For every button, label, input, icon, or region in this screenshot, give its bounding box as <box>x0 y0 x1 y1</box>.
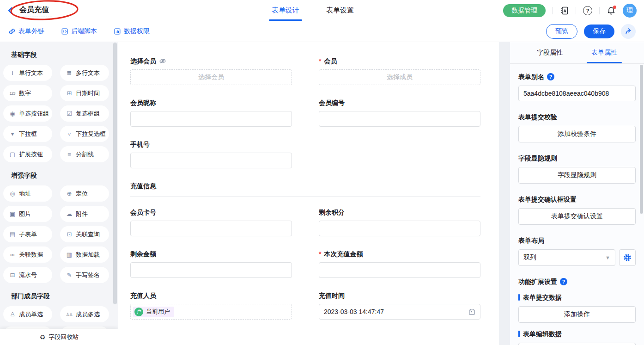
tab-form-properties[interactable]: 表单属性 <box>591 42 617 63</box>
form-field-points[interactable]: 剩余积分 <box>319 208 480 236</box>
divider <box>599 7 600 14</box>
preview-button[interactable]: 预览 <box>546 24 577 39</box>
toolbar-actions: 预览 保存 <box>546 21 636 42</box>
field-type-button[interactable]: ◎地址 <box>3 185 52 202</box>
text-input[interactable] <box>130 221 292 236</box>
field-type-button[interactable]: ▢扩展按钮 <box>3 146 52 162</box>
data-manage-button[interactable]: 数据管理 <box>503 4 546 17</box>
accent-bar <box>518 331 520 337</box>
field-type-button[interactable]: ⊞日期时间 <box>60 85 109 101</box>
field-type-button[interactable]: ≣多行文本 <box>60 65 109 81</box>
text-input[interactable] <box>319 221 480 236</box>
sidebar-scrollbar[interactable] <box>113 43 117 304</box>
attachment-cloud-icon: ☁ <box>66 210 73 217</box>
share-button[interactable] <box>621 24 636 39</box>
form-field-recharge-time[interactable]: 充值时间 2023-03-03 14:47:47 <box>319 291 480 320</box>
save-button[interactable]: 保存 <box>584 25 614 38</box>
form-external-link[interactable]: 表单外链 <box>8 27 44 36</box>
divider <box>576 7 576 14</box>
select-icon: ▾ <box>9 130 16 137</box>
text-input[interactable] <box>130 153 292 168</box>
user-picker[interactable]: 户 当前用户 <box>130 304 292 320</box>
field-type-button[interactable]: ⊕定位 <box>60 185 109 202</box>
layout-select[interactable]: 双列 ▼ <box>518 249 615 266</box>
header: 会员充值 表单设计 表单设置 数据管理 ? 理 <box>0 0 644 21</box>
form-field-select-member[interactable]: 选择会员 选择会员 <box>130 56 292 85</box>
linked-data-icon: ∞ <box>9 251 16 258</box>
form-alias-input[interactable]: 5aa4dcbe8108aeeac040b908 <box>518 86 636 101</box>
data-permission-link[interactable]: 数据权限 <box>114 27 150 36</box>
form-designer-app: 会员充值 表单设计 表单设置 数据管理 ? 理 <box>0 0 644 345</box>
add-edit-action-button[interactable]: 添加操作 <box>518 343 636 345</box>
tab-form-settings[interactable]: 表单设置 <box>326 0 354 21</box>
field-type-button[interactable]: ≡分割线 <box>60 146 109 162</box>
field-label: 剩余金额 <box>130 249 156 259</box>
toolbar-links: 表单外链 后端脚本 数据权限 <box>8 21 150 42</box>
field-type-button[interactable]: ♙♙成员多选 <box>60 306 109 322</box>
text-input[interactable] <box>319 111 480 127</box>
form-field-balance[interactable]: 剩余金额 <box>130 249 292 278</box>
add-submit-action-button[interactable]: 添加操作 <box>518 306 636 323</box>
group-submit-confirm: 表单提交确认框设置 表单提交确认设置 <box>518 195 636 225</box>
serial-number-icon: ⊟ <box>9 271 16 278</box>
form-section-divider[interactable]: 充值信息 <box>130 181 480 197</box>
field-type-button[interactable]: ♙成员单选 <box>3 306 52 322</box>
group-form-layout: 表单布局 双列 ▼ <box>518 236 636 266</box>
notification-bell-icon[interactable] <box>606 6 616 16</box>
section-divider-line <box>130 196 480 197</box>
backend-script-link[interactable]: 后端脚本 <box>61 27 97 36</box>
text-input[interactable] <box>130 262 292 278</box>
datetime-input[interactable]: 2023-03-03 14:47:47 <box>319 304 480 320</box>
field-type-button[interactable]: ✎手写签名 <box>60 267 109 283</box>
form-field-nickname[interactable]: 会员昵称 <box>130 98 292 127</box>
text-input[interactable] <box>130 111 292 127</box>
field-label: 选择会员 <box>130 56 156 66</box>
field-type-button[interactable]: ☁附件 <box>60 206 109 222</box>
contacts-book-icon[interactable] <box>559 6 569 16</box>
submit-confirm-settings-button[interactable]: 表单提交确认设置 <box>518 208 636 225</box>
back-icon[interactable] <box>6 6 14 15</box>
field-library-sidebar: 基础字段 T单行文本 ≣多行文本 123数字 ⊞日期时间 ◉单选按钮组 ☑复选框… <box>0 42 118 345</box>
field-type-button[interactable]: ◉单选按钮组 <box>3 105 52 122</box>
field-type-button[interactable]: 123数字 <box>3 85 52 101</box>
field-type-button[interactable]: ▣图片 <box>3 206 52 222</box>
radio-group-icon: ◉ <box>9 110 16 117</box>
field-type-button[interactable]: ⊟流水号 <box>3 267 52 283</box>
help-badge-icon[interactable]: ? <box>547 73 554 80</box>
datetime-value: 2023-03-03 14:47:47 <box>324 308 384 315</box>
tab-field-properties[interactable]: 字段属性 <box>537 42 563 63</box>
member-picker[interactable]: 选择成员 <box>319 69 480 85</box>
field-visibility-rules-button[interactable]: 字段显隐规则 <box>518 167 636 184</box>
panel-scrollbar[interactable] <box>640 65 643 214</box>
external-link-icon <box>8 28 16 35</box>
tab-form-design[interactable]: 表单设计 <box>272 0 299 21</box>
datetime-icon: ⊞ <box>66 90 73 97</box>
field-type-button[interactable]: ▿下拉复选框 <box>60 126 109 142</box>
panel-tabs: 字段属性 表单属性 <box>510 42 644 64</box>
field-label: 会员昵称 <box>130 98 156 107</box>
layout-settings-button[interactable] <box>619 249 636 266</box>
form-field-phone[interactable]: 手机号 <box>130 140 292 168</box>
field-type-button[interactable]: T单行文本 <box>3 65 52 81</box>
extend-button-icon: ▢ <box>9 151 16 158</box>
field-type-button[interactable]: ⊡关联查询 <box>60 226 109 242</box>
text-input[interactable] <box>319 262 480 278</box>
field-type-button[interactable]: ∞关联数据 <box>3 246 52 263</box>
form-field-card-no[interactable]: 会员卡号 <box>130 208 292 236</box>
help-badge-icon[interactable]: ? <box>560 278 567 285</box>
avatar[interactable]: 理 <box>623 4 637 18</box>
field-type-button[interactable]: ▥数据加载 <box>60 246 109 263</box>
form-field-operator[interactable]: 充值人员 户 当前用户 <box>130 291 292 320</box>
field-type-button[interactable]: ▤子表单 <box>3 226 52 242</box>
form-field-recharge-amount[interactable]: *本次充值金额 <box>319 249 480 278</box>
field-type-button[interactable]: ☑复选框组 <box>60 105 109 122</box>
field-label: 会员编号 <box>319 98 345 107</box>
field-recycle-bin[interactable]: ♻ 字段回收站 <box>0 329 118 345</box>
page-title: 会员充值 <box>18 4 52 17</box>
form-field-member-no[interactable]: 会员编号 <box>319 98 480 127</box>
field-type-button[interactable]: ▾下拉框 <box>3 126 52 142</box>
form-field-member[interactable]: *会员 选择成员 <box>319 56 480 85</box>
help-icon[interactable]: ? <box>583 6 593 16</box>
add-validation-button[interactable]: 添加校验条件 <box>518 126 636 142</box>
member-picker[interactable]: 选择会员 <box>130 69 292 85</box>
